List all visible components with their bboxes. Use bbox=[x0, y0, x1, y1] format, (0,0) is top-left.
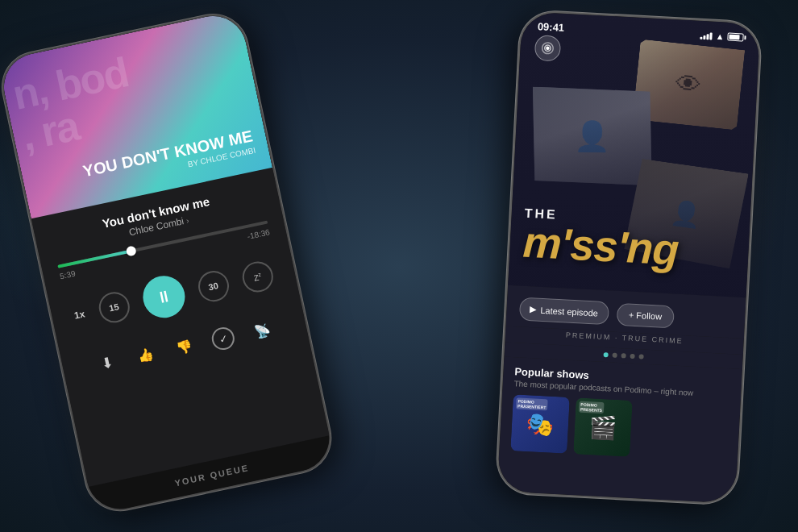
download-button[interactable]: ⬇ bbox=[89, 346, 124, 380]
podcast-logo bbox=[534, 35, 562, 62]
latest-episode-button[interactable]: ▶ Latest episode bbox=[519, 297, 609, 325]
show-1-badge: PODIMOPRÄSENTIERT bbox=[516, 397, 548, 410]
download-icon: ⬇ bbox=[99, 353, 114, 373]
wifi-icon: ▲ bbox=[715, 31, 725, 41]
dot-2[interactable] bbox=[612, 353, 617, 358]
thumbs-down-icon: 👎 bbox=[175, 338, 194, 356]
follow-button[interactable]: + Follow bbox=[616, 302, 675, 328]
pause-icon: ⏸ bbox=[154, 286, 173, 308]
show-card-1[interactable]: PODIMOPRÄSENTIERT 🎭 bbox=[510, 394, 570, 454]
shows-row: PODIMOPRÄSENTIERT 🎭 PODIMOPRESENTS 🎬 bbox=[510, 394, 729, 462]
time-remaining: -18:36 bbox=[247, 227, 271, 241]
podcast-svg-icon bbox=[540, 40, 555, 56]
left-phone: n, bod, ra YOU DON'T KNOW ME BY CHLOE CO… bbox=[0, 8, 338, 517]
rewind-button[interactable]: 15 bbox=[96, 289, 132, 326]
thumbs-up-icon: 👍 bbox=[136, 346, 156, 364]
sleep-button[interactable]: Zz bbox=[239, 259, 276, 295]
battery-icon bbox=[727, 32, 743, 41]
right-phone: 09:41 ▲ 👁 bbox=[496, 10, 763, 505]
show-card-2[interactable]: PODIMOPRESENTS 🎬 bbox=[573, 397, 633, 457]
popular-section: Popular shows The most popular podcasts … bbox=[497, 357, 742, 504]
dot-1[interactable] bbox=[604, 352, 609, 357]
status-icons: ▲ bbox=[700, 30, 743, 42]
author-chevron-icon: › bbox=[185, 215, 190, 224]
signal-bars-icon bbox=[700, 31, 713, 39]
forward-button[interactable]: 30 bbox=[195, 268, 231, 305]
show-title-area: THE m'ss'ng bbox=[522, 206, 738, 272]
dot-3[interactable] bbox=[621, 353, 626, 358]
cover-bg-text: n, bod, ra bbox=[9, 51, 139, 157]
thumbs-down-button[interactable]: 👎 bbox=[168, 330, 202, 364]
podcast-icon bbox=[534, 35, 562, 62]
share-icon: 📡 bbox=[252, 321, 272, 339]
time-elapsed: 5:39 bbox=[59, 269, 76, 281]
dot-4[interactable] bbox=[630, 354, 634, 359]
thumbs-up-button[interactable]: 👍 bbox=[128, 338, 163, 372]
hero-section: 👁 👤 👤 bbox=[508, 11, 760, 297]
player-area: You don't know me Chloe Combi › 5:39 -18… bbox=[31, 168, 330, 487]
sleep-icon: Zz bbox=[253, 272, 263, 283]
play-icon: ▶ bbox=[530, 304, 537, 314]
share-button[interactable]: 📡 bbox=[245, 313, 280, 347]
status-time: 09:41 bbox=[537, 20, 564, 34]
check-button[interactable]: ✓ bbox=[206, 322, 241, 356]
pause-button[interactable]: ⏸ bbox=[139, 272, 189, 322]
dot-5[interactable] bbox=[638, 354, 643, 359]
check-icon: ✓ bbox=[210, 325, 236, 351]
svg-point-0 bbox=[546, 46, 550, 50]
show-2-badge: PODIMOPRESENTS bbox=[579, 401, 605, 414]
speed-button[interactable]: 1x bbox=[73, 308, 86, 321]
